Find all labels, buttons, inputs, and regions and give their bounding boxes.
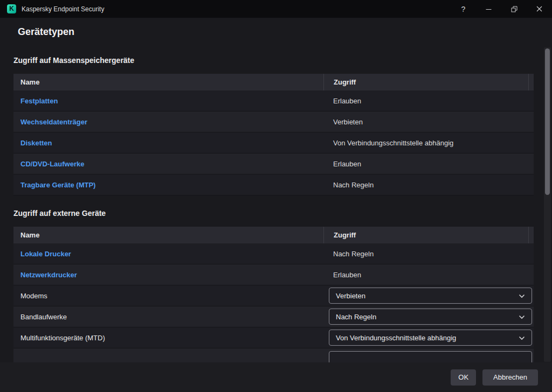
restore-button[interactable]: [501, 0, 527, 18]
page-title: Gerätetypen: [18, 26, 534, 38]
device-type-link[interactable]: Wechseldatenträger: [20, 118, 87, 126]
scrollbar[interactable]: [544, 47, 551, 362]
table-row: Wechseldatenträger Verbieten: [13, 111, 534, 132]
access-value: Erlauben: [323, 97, 534, 105]
device-type-link[interactable]: Festplatten: [20, 97, 58, 105]
table-row: CD/DVD-Laufwerke Erlauben: [13, 153, 534, 174]
chevron-down-icon: [519, 334, 525, 342]
restore-icon: [511, 6, 518, 12]
column-header-name: Name: [13, 231, 323, 239]
column-header-stub: [528, 227, 534, 243]
device-type-label: Modems: [13, 292, 323, 300]
access-value: Verbieten: [323, 118, 534, 126]
external-devices-table: Name Zugriff Lokale Drucker Nach Regeln …: [13, 227, 534, 362]
scrollbar-thumb[interactable]: [545, 48, 550, 195]
table-row: Modems Verbieten: [13, 285, 534, 306]
device-type-link[interactable]: Tragbare Geräte (MTP): [20, 181, 95, 189]
table-row: Tragbare Geräte (MTP) Nach Regeln: [13, 174, 534, 195]
column-header-stub: [528, 74, 534, 90]
table-row: Bandlaufwerke Nach Regeln: [13, 306, 534, 327]
device-type-link[interactable]: Disketten: [20, 139, 52, 147]
device-type-label: Multifunktionsgeräte (MTD): [13, 334, 323, 342]
section-heading-external-devices: Zugriff auf externe Geräte: [13, 208, 534, 218]
access-select[interactable]: Nach Regeln: [329, 309, 532, 325]
help-button[interactable]: ?: [451, 0, 476, 18]
device-type-link[interactable]: Lokale Drucker: [20, 250, 71, 258]
access-select-value: Nach Regeln: [336, 313, 376, 321]
access-select[interactable]: Verbieten: [329, 288, 532, 304]
access-select-value: Verbieten: [336, 292, 365, 300]
close-icon: [536, 6, 542, 12]
main-content: Gerätetypen Zugriff auf Massenspeicherge…: [13, 18, 534, 362]
access-select-partial[interactable]: [329, 351, 532, 363]
access-value: Erlauben: [323, 160, 534, 168]
mass-storage-table: Name Zugriff Festplatten Erlauben Wechse…: [13, 74, 534, 195]
minimize-icon: [486, 6, 492, 12]
device-type-label: Bandlaufwerke: [13, 313, 323, 321]
kaspersky-logo-icon: K: [7, 4, 16, 13]
access-value: Nach Regeln: [323, 250, 534, 258]
window-title: Kaspersky Endpoint Security: [22, 5, 104, 13]
device-type-link[interactable]: CD/DVD-Laufwerke: [20, 160, 84, 168]
table-row: Disketten Von Verbindungsschnittstelle a…: [13, 132, 534, 153]
minimize-button[interactable]: [476, 0, 501, 18]
table-header: Name Zugriff: [13, 227, 534, 243]
access-select-value: Von Verbindungsschnittstelle abhängig: [336, 334, 456, 342]
column-header-access: Zugriff: [323, 227, 528, 243]
cancel-button[interactable]: Abbrechen: [482, 369, 538, 386]
section-heading-mass-storage: Zugriff auf Massenspeichergeräte: [13, 55, 534, 65]
close-button[interactable]: [527, 0, 552, 18]
table-row-partial: [13, 348, 534, 362]
footer-bar: OK Abbrechen: [0, 362, 552, 392]
app-window: K Kaspersky Endpoint Security ?: [0, 0, 552, 392]
table-row: Festplatten Erlauben: [13, 90, 534, 111]
titlebar: K Kaspersky Endpoint Security ?: [0, 0, 552, 18]
column-header-name: Name: [13, 78, 323, 86]
table-row: Netzwerkdrucker Erlauben: [13, 264, 534, 285]
access-select[interactable]: Von Verbindungsschnittstelle abhängig: [329, 330, 532, 346]
access-value: Erlauben: [323, 271, 534, 279]
table-row: Lokale Drucker Nach Regeln: [13, 243, 534, 264]
table-row: Multifunktionsgeräte (MTD) Von Verbindun…: [13, 327, 534, 348]
table-header: Name Zugriff: [13, 74, 534, 90]
access-value: Von Verbindungsschnittstelle abhängig: [323, 139, 534, 147]
chevron-down-icon: [519, 292, 525, 300]
access-value: Nach Regeln: [323, 181, 534, 189]
column-header-access: Zugriff: [323, 74, 528, 90]
device-type-link[interactable]: Netzwerkdrucker: [20, 271, 77, 279]
ok-button[interactable]: OK: [451, 369, 476, 386]
chevron-down-icon: [519, 313, 525, 321]
window-controls: ?: [451, 0, 552, 18]
